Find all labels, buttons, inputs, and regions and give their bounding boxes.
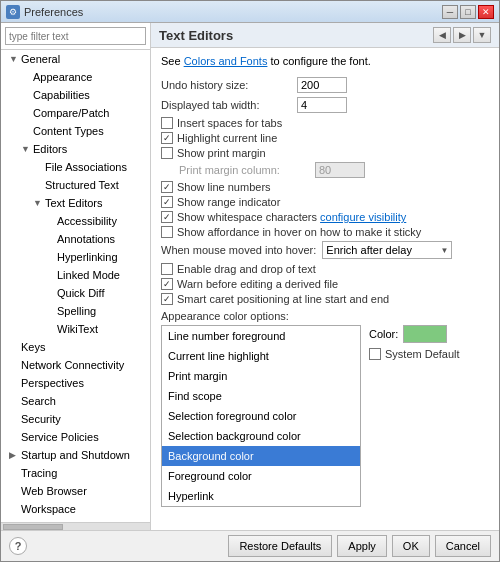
enable-drag-drop-checkbox[interactable] bbox=[161, 263, 173, 275]
tree-item-label: File Associations bbox=[45, 159, 127, 175]
show-print-margin-label: Show print margin bbox=[177, 147, 266, 159]
sidebar-item-hyperlinking[interactable]: Hyperlinking bbox=[1, 248, 150, 266]
show-line-numbers-checkbox[interactable] bbox=[161, 181, 173, 193]
sidebar-item-security[interactable]: Security bbox=[1, 410, 150, 428]
color-item-current-line-highlight[interactable]: Current line highlight bbox=[162, 346, 360, 366]
color-item-print-margin[interactable]: Print margin bbox=[162, 366, 360, 386]
print-margin-col-label: Print margin column: bbox=[179, 164, 309, 176]
minimize-button[interactable]: ─ bbox=[442, 5, 458, 19]
sidebar-item-capabilities[interactable]: Capabilities bbox=[1, 86, 150, 104]
sidebar-item-quick-diff[interactable]: Quick Diff bbox=[1, 284, 150, 302]
colors-fonts-link[interactable]: Colors and Fonts bbox=[184, 55, 268, 67]
sidebar-scrollbar[interactable] bbox=[1, 522, 150, 530]
sidebar-item-compare-patch[interactable]: Compare/Patch bbox=[1, 104, 150, 122]
bottom-buttons: Restore Defaults Apply OK Cancel bbox=[228, 535, 491, 557]
color-item-foreground-color[interactable]: Foreground color bbox=[162, 466, 360, 486]
color-item-background-color[interactable]: Background color bbox=[162, 446, 360, 466]
sidebar-scrollbar-thumb[interactable] bbox=[3, 524, 63, 530]
hover-selected-value: Enrich after delay bbox=[326, 244, 412, 256]
tree-item-label: Perspectives bbox=[21, 375, 84, 391]
sidebar-item-file-associations[interactable]: File Associations bbox=[1, 158, 150, 176]
color-item-hyperlink[interactable]: Hyperlink bbox=[162, 486, 360, 506]
print-margin-col-input[interactable] bbox=[315, 162, 365, 178]
sidebar-item-appearance[interactable]: Appearance bbox=[1, 68, 150, 86]
bottom-bar: ? Restore Defaults Apply OK Cancel bbox=[1, 530, 499, 561]
show-whitespace-checkbox[interactable] bbox=[161, 211, 173, 223]
sidebar-item-annotations[interactable]: Annotations bbox=[1, 230, 150, 248]
panel-header: Text Editors ◀ ▶ ▼ bbox=[151, 23, 499, 48]
color-swatch-label: Color: bbox=[369, 328, 398, 340]
nav-back-button[interactable]: ◀ bbox=[433, 27, 451, 43]
nav-dropdown-button[interactable]: ▼ bbox=[473, 27, 491, 43]
sidebar-item-accessibility[interactable]: Accessibility bbox=[1, 212, 150, 230]
sidebar-item-content-types[interactable]: Content Types bbox=[1, 122, 150, 140]
sidebar-item-search[interactable]: Search bbox=[1, 392, 150, 410]
sidebar-item-wikitext[interactable]: WikiText bbox=[1, 320, 150, 338]
show-range-indicator-checkbox[interactable] bbox=[161, 196, 173, 208]
enable-drag-drop-row: Enable drag and drop of text bbox=[161, 263, 489, 275]
sidebar-item-network-connectivity[interactable]: Network Connectivity bbox=[1, 356, 150, 374]
sidebar-item-service-policies[interactable]: Service Policies bbox=[1, 428, 150, 446]
show-whitespace-row: Show whitespace characters configure vis… bbox=[161, 211, 489, 223]
sidebar-item-startup-shutdown[interactable]: ▶ Startup and Shutdown bbox=[1, 446, 150, 464]
hover-label: When mouse moved into hover: bbox=[161, 244, 316, 256]
smart-caret-checkbox[interactable] bbox=[161, 293, 173, 305]
insert-spaces-label: Insert spaces for tabs bbox=[177, 117, 282, 129]
tree-item-label: Spelling bbox=[57, 303, 96, 319]
undo-input[interactable] bbox=[297, 77, 347, 93]
cancel-button[interactable]: Cancel bbox=[435, 535, 491, 557]
insert-spaces-row: Insert spaces for tabs bbox=[161, 117, 489, 129]
smart-caret-row: Smart caret positioning at line start an… bbox=[161, 293, 489, 305]
nav-forward-button[interactable]: ▶ bbox=[453, 27, 471, 43]
warn-derived-checkbox[interactable] bbox=[161, 278, 173, 290]
sidebar-item-structured-text[interactable]: Structured Text bbox=[1, 176, 150, 194]
sidebar-item-keys[interactable]: Keys bbox=[1, 338, 150, 356]
enable-drag-drop-label: Enable drag and drop of text bbox=[177, 263, 316, 275]
show-line-numbers-row: Show line numbers bbox=[161, 181, 489, 193]
sidebar-item-workspace[interactable]: Workspace bbox=[1, 500, 150, 518]
highlight-line-checkbox[interactable] bbox=[161, 132, 173, 144]
titlebar-left: ⚙ Preferences bbox=[6, 5, 83, 19]
configure-visibility-link[interactable]: configure visibility bbox=[320, 211, 406, 223]
nav-arrows: ◀ ▶ ▼ bbox=[433, 27, 491, 43]
insert-spaces-checkbox[interactable] bbox=[161, 117, 173, 129]
system-default-checkbox[interactable] bbox=[369, 348, 381, 360]
restore-defaults-button[interactable]: Restore Defaults bbox=[228, 535, 332, 557]
appearance-color-label: Appearance color options: bbox=[161, 310, 489, 322]
sidebar-item-tracing[interactable]: Tracing bbox=[1, 464, 150, 482]
apply-button[interactable]: Apply bbox=[337, 535, 387, 557]
sidebar-item-general[interactable]: ▼ General bbox=[1, 50, 150, 68]
content-area: ▼ General Appearance Capabilities Compar… bbox=[1, 23, 499, 530]
sidebar-item-web-browser[interactable]: Web Browser bbox=[1, 482, 150, 500]
tree-item-label: Text Editors bbox=[45, 195, 102, 211]
sidebar-item-linked-mode[interactable]: Linked Mode bbox=[1, 266, 150, 284]
color-swatch[interactable] bbox=[403, 325, 447, 343]
filter-input[interactable] bbox=[5, 27, 146, 45]
tree-item-label: Hyperlinking bbox=[57, 249, 118, 265]
tree-item-label: Workspace bbox=[21, 501, 76, 517]
tab-width-input[interactable] bbox=[297, 97, 347, 113]
help-button[interactable]: ? bbox=[9, 537, 27, 555]
hover-select[interactable]: Enrich after delay ▼ bbox=[322, 241, 452, 259]
ok-button[interactable]: OK bbox=[392, 535, 430, 557]
show-affordance-checkbox[interactable] bbox=[161, 226, 173, 238]
color-panel: Color: System Default bbox=[369, 325, 460, 360]
show-print-margin-checkbox[interactable] bbox=[161, 147, 173, 159]
highlight-line-row: Highlight current line bbox=[161, 132, 489, 144]
tree-item-label: Linked Mode bbox=[57, 267, 120, 283]
sidebar-item-editors[interactable]: ▼ Editors bbox=[1, 140, 150, 158]
show-whitespace-label: Show whitespace characters configure vis… bbox=[177, 211, 406, 223]
sidebar-item-text-editors[interactable]: ▼ Text Editors bbox=[1, 194, 150, 212]
close-button[interactable]: ✕ bbox=[478, 5, 494, 19]
hover-select-row: When mouse moved into hover: Enrich afte… bbox=[161, 241, 489, 259]
color-item-selection-fg[interactable]: Selection foreground color bbox=[162, 406, 360, 426]
window-title: Preferences bbox=[24, 6, 83, 18]
color-item-selection-bg[interactable]: Selection background color bbox=[162, 426, 360, 446]
show-range-indicator-row: Show range indicator bbox=[161, 196, 489, 208]
color-item-line-num-fg[interactable]: Line number foreground bbox=[162, 326, 360, 346]
sidebar-item-perspectives[interactable]: Perspectives bbox=[1, 374, 150, 392]
maximize-button[interactable]: □ bbox=[460, 5, 476, 19]
sidebar-item-spelling[interactable]: Spelling bbox=[1, 302, 150, 320]
select-dropdown-icon: ▼ bbox=[440, 246, 448, 255]
color-item-find-scope[interactable]: Find scope bbox=[162, 386, 360, 406]
